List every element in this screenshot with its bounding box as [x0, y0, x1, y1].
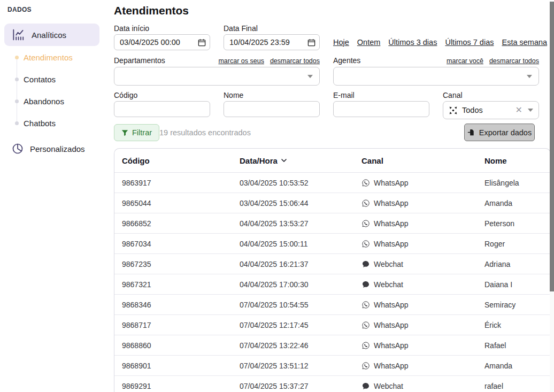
- cell-canal: WhatsApp: [361, 321, 484, 329]
- cell-canal: WhatsApp: [361, 219, 484, 228]
- table-row[interactable]: 9867034 04/04/2025 15:00:11: [114, 234, 550, 254]
- col-header-nome[interactable]: Nome: [484, 156, 550, 165]
- sidebar-subitem[interactable]: Atendimentos: [0, 47, 107, 68]
- canal-name: Webchat: [374, 382, 403, 390]
- table-row[interactable]: 9868346 07/04/2025 10:54:55: [114, 295, 550, 315]
- table-row[interactable]: 9869291 07/04/2025 15:37:27: [114, 376, 550, 392]
- table-row[interactable]: 9867321 04/04/2025 17:00:30: [114, 274, 550, 295]
- cell-datahora: 07/04/2025 12:17:45: [240, 321, 361, 329]
- chevron-down-icon: [307, 75, 313, 78]
- codigo-input[interactable]: [114, 101, 210, 117]
- all-channels-icon: [449, 106, 458, 115]
- cell-nome: Roger: [484, 240, 550, 248]
- canal-name: WhatsApp: [374, 240, 409, 248]
- chevron-down-icon: [528, 109, 533, 112]
- cell-datahora: 07/04/2025 13:51:12: [240, 362, 361, 370]
- sidebar-subitem[interactable]: Contatos: [0, 68, 107, 90]
- cell-codigo: 9869291: [122, 382, 240, 390]
- quick-link[interactable]: Últimos 3 dias: [388, 38, 437, 47]
- marcar-voce-link[interactable]: marcar você: [447, 57, 483, 65]
- chevron-down-icon: [527, 75, 532, 78]
- sidebar-item-personalizados[interactable]: Personalizados: [4, 138, 99, 159]
- cell-canal: WhatsApp: [361, 341, 484, 350]
- quick-link[interactable]: Ontem: [357, 38, 381, 47]
- table-row[interactable]: 9867235 04/04/2025 16:21:37: [114, 254, 550, 274]
- sidebar-subnav: Atendimentos Contatos Abandonos Chatbots: [0, 47, 107, 134]
- table-row[interactable]: 9866852 04/04/2025 13:53:27: [114, 213, 550, 234]
- nome-label: Nome: [224, 91, 243, 99]
- nome-input[interactable]: [224, 101, 320, 117]
- canal-name: WhatsApp: [374, 301, 409, 309]
- sidebar-subitem[interactable]: Chatbots: [0, 112, 107, 134]
- col-header-codigo[interactable]: Código: [122, 156, 240, 165]
- data-inicio-label: Data início: [114, 24, 149, 33]
- canal-name: WhatsApp: [374, 321, 409, 329]
- table-row[interactable]: 9865044 03/04/2025 15:06:44: [114, 193, 550, 213]
- page-scrollbar: [550, 0, 554, 392]
- cell-canal: Webchat: [361, 280, 484, 289]
- email-input[interactable]: [333, 101, 429, 117]
- cell-nome: rafael: [484, 382, 550, 390]
- bullet-icon: [15, 121, 19, 125]
- whatsapp-icon: [361, 321, 370, 329]
- cell-codigo: 9863917: [122, 179, 240, 187]
- cell-codigo: 9868346: [122, 301, 240, 309]
- quick-link[interactable]: Últimos 7 dias: [445, 38, 494, 47]
- sidebar: DADOS Analíticos Atendimentos: [0, 0, 107, 392]
- table-row[interactable]: 9868860 07/04/2025 13:22:46: [114, 335, 550, 356]
- sidebar-subitem[interactable]: Abandonos: [0, 90, 107, 112]
- webchat-icon: [361, 280, 370, 289]
- webchat-icon: [361, 382, 370, 390]
- bullet-icon: [15, 56, 19, 59]
- departamentos-select[interactable]: [114, 67, 320, 86]
- main-content: Atendimentos Data início Data Final Hoje…: [114, 0, 554, 392]
- whatsapp-icon: [361, 219, 370, 228]
- table-row[interactable]: 9863917 03/04/2025 10:53:52: [114, 173, 550, 193]
- cell-nome: Érick: [484, 321, 550, 329]
- col-header-datahora[interactable]: Data/Hora: [240, 156, 361, 165]
- desmarcar-todos-link[interactable]: desmarcar todos: [489, 57, 539, 65]
- cell-canal: WhatsApp: [361, 179, 484, 187]
- cell-nome: Adriana: [484, 260, 550, 268]
- canal-name: Webchat: [374, 260, 403, 268]
- calendar-icon[interactable]: [198, 39, 206, 47]
- cell-nome: Semiracy: [484, 301, 550, 309]
- cell-datahora: 04/04/2025 15:00:11: [240, 240, 361, 248]
- page-title: Atendimentos: [114, 4, 189, 17]
- quick-link[interactable]: Hoje: [333, 38, 349, 47]
- desmarcar-todos-link[interactable]: desmarcar todos: [270, 57, 320, 65]
- whatsapp-icon: [361, 341, 370, 350]
- sidebar-subitem-label: Atendimentos: [24, 53, 73, 62]
- canal-name: Webchat: [374, 280, 403, 289]
- canal-name: WhatsApp: [374, 219, 409, 228]
- scrollbar-thumb[interactable]: [550, 2, 554, 291]
- cell-codigo: 9867235: [122, 260, 240, 268]
- quick-link[interactable]: Esta semana: [502, 38, 547, 47]
- data-inicio-input[interactable]: [114, 34, 210, 50]
- sidebar-item-analiticos[interactable]: Analíticos: [4, 24, 99, 46]
- cell-nome: Daiana I: [484, 280, 550, 289]
- sidebar-subitem-label: Abandonos: [24, 97, 64, 106]
- data-final-input[interactable]: [224, 34, 320, 50]
- cell-datahora: 07/04/2025 10:54:55: [240, 301, 361, 309]
- canal-select[interactable]: Todos ✕: [443, 101, 539, 119]
- marcar-os-seus-link[interactable]: marcar os seus: [218, 57, 264, 65]
- cell-codigo: 9867321: [122, 280, 240, 289]
- cell-canal: WhatsApp: [361, 301, 484, 309]
- table-row[interactable]: 9868717 07/04/2025 12:17:45: [114, 315, 550, 335]
- export-icon: [467, 128, 475, 136]
- filtrar-button[interactable]: Filtrar: [114, 124, 159, 141]
- calendar-icon[interactable]: [307, 39, 316, 47]
- results-count: 19 resultados encontrados: [159, 124, 251, 141]
- date-quick-links: HojeOntemÚltimos 3 diasÚltimos 7 diasEst…: [333, 34, 547, 50]
- canal-name: WhatsApp: [374, 199, 409, 207]
- exportar-dados-button[interactable]: Exportar dados: [464, 124, 535, 141]
- cell-canal: Webchat: [361, 382, 484, 390]
- table-row[interactable]: 9868901 07/04/2025 13:51:12: [114, 356, 550, 376]
- clear-icon[interactable]: ✕: [515, 106, 522, 114]
- col-header-canal[interactable]: Canal: [361, 156, 484, 165]
- agentes-select[interactable]: [333, 67, 539, 86]
- whatsapp-icon: [361, 362, 370, 370]
- cell-canal: WhatsApp: [361, 199, 484, 207]
- cell-datahora: 07/04/2025 15:37:27: [240, 382, 361, 390]
